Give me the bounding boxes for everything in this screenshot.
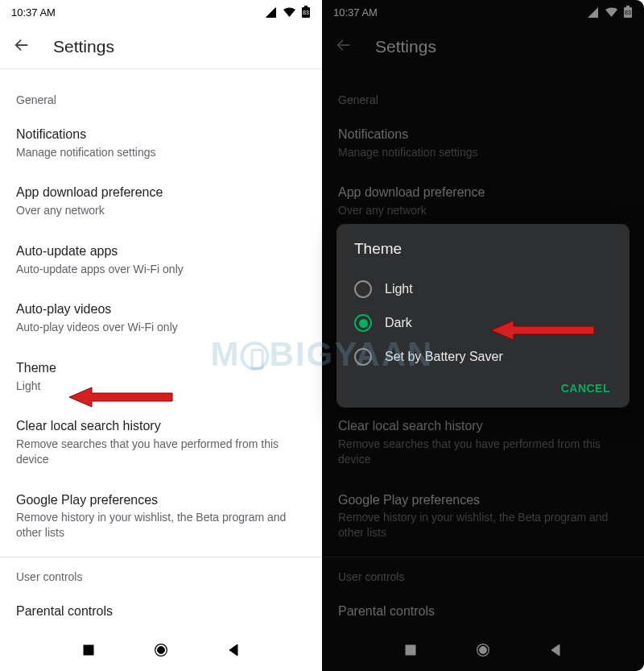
row-parental[interactable]: Parental controls	[0, 591, 322, 625]
row-title: Parental controls	[16, 603, 306, 620]
radio-icon	[354, 280, 372, 298]
row-title: Theme	[16, 359, 306, 377]
android-nav-bar	[0, 632, 322, 671]
wifi-icon	[283, 7, 296, 18]
status-bar: 10:37 AM 83	[0, 0, 322, 24]
row-subtitle: Manage notification settings	[16, 145, 306, 160]
row-play-prefs[interactable]: Google Play preferences Remove history i…	[0, 480, 322, 553]
phone-dark: 10:37 AM 83 Settings General Notificatio…	[322, 0, 644, 671]
row-subtitle: Remove history in your wishlist, the Bet…	[16, 510, 306, 541]
svg-point-5	[158, 647, 165, 654]
row-notifications[interactable]: Notifications Manage notification settin…	[0, 114, 322, 172]
row-download-pref[interactable]: App download preference Over any network	[0, 172, 322, 230]
row-title: Google Play preferences	[16, 491, 306, 509]
theme-dialog: Theme Light Dark Set by Battery Saver CA…	[336, 224, 630, 408]
status-time: 10:37 AM	[11, 6, 56, 19]
app-bar: Settings	[0, 24, 322, 69]
row-title: Notifications	[16, 126, 306, 143]
radio-icon	[354, 348, 372, 366]
row-subtitle: Light	[16, 379, 306, 394]
cancel-button[interactable]: CANCEL	[561, 382, 610, 395]
option-label: Dark	[385, 316, 412, 330]
row-title: Auto-update apps	[16, 242, 306, 260]
section-user-controls: User controls	[0, 557, 322, 591]
row-clear-history[interactable]: Clear local search history Remove search…	[0, 406, 322, 479]
row-subtitle: Remove searches that you have performed …	[16, 437, 306, 467]
phone-light: 10:37 AM 83 Settings General	[0, 0, 322, 671]
status-icons: 83	[266, 6, 311, 19]
signal-icon	[266, 7, 278, 18]
option-label: Light	[385, 282, 413, 296]
dialog-title: Theme	[354, 240, 615, 258]
row-auto-update[interactable]: Auto-update apps Auto-update apps over W…	[0, 231, 322, 289]
row-title: App download preference	[16, 184, 306, 201]
svg-text:83: 83	[303, 10, 309, 15]
row-title: Clear local search history	[16, 417, 306, 435]
theme-option-battery[interactable]: Set by Battery Saver	[354, 340, 615, 374]
nav-back-icon[interactable]	[226, 643, 241, 661]
radio-selected-icon	[354, 314, 372, 332]
battery-icon: 83	[301, 6, 311, 19]
row-theme[interactable]: Theme Light	[0, 348, 322, 406]
row-auto-play[interactable]: Auto-play videos Auto-play videos over W…	[0, 289, 322, 347]
row-subtitle: Over any network	[16, 203, 306, 218]
row-subtitle: Auto-update apps over Wi-Fi only	[16, 262, 306, 277]
nav-recents-icon[interactable]	[81, 643, 96, 661]
row-subtitle: Auto-play videos over Wi-Fi only	[16, 320, 306, 335]
settings-content: General Notifications Manage notificatio…	[0, 69, 322, 632]
nav-home-icon[interactable]	[154, 643, 168, 661]
option-label: Set by Battery Saver	[385, 350, 503, 364]
svg-rect-3	[84, 645, 93, 655]
theme-option-dark[interactable]: Dark	[354, 306, 615, 340]
back-icon[interactable]	[13, 36, 31, 57]
theme-option-light[interactable]: Light	[354, 272, 615, 306]
row-title: Auto-play videos	[16, 300, 306, 318]
page-title: Settings	[53, 37, 114, 56]
svg-rect-1	[304, 6, 308, 7]
section-general: General	[0, 74, 322, 114]
